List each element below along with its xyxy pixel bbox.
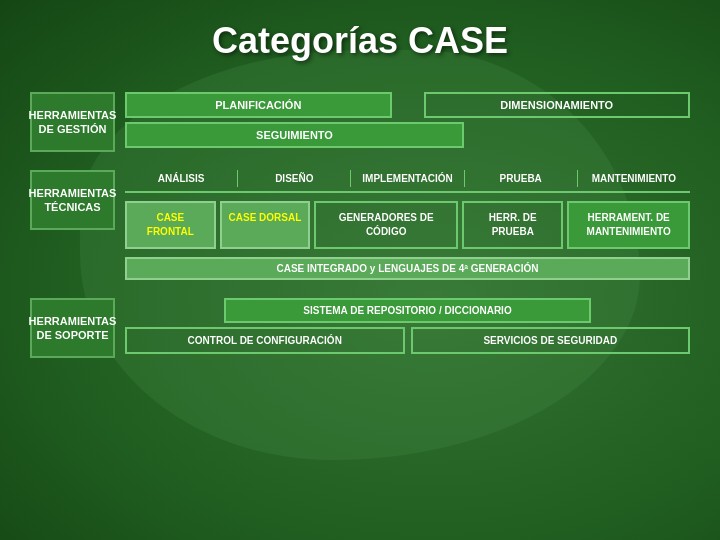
row-gestion: HERRAMIENTAS DE GESTIÓN PLANIFICACIÓN DI… — [30, 92, 690, 152]
box-generadores: GENERADORES DE CÓDIGO — [314, 201, 458, 249]
label-soporte: HERRAMIENTAS DE SOPORTE — [30, 298, 115, 358]
main-content: Categorías CASE HERRAMIENTAS DE GESTIÓN … — [0, 0, 720, 540]
box-case-frontal: CASE FRONTAL — [125, 201, 216, 249]
box-herr-mant: HERRAMENT. DE MANTENIMIENTO — [567, 201, 690, 249]
box-repositorio: SISTEMA DE REPOSITORIO / DICCIONARIO — [224, 298, 591, 323]
box-case-dorsal: CASE DORSAL — [220, 201, 311, 249]
tecnicas-headers: ANÁLISIS DISEÑO IMPLEMENTACIÓN PRUEBA MA… — [125, 170, 690, 193]
box-seguimiento: SEGUIMIENTO — [125, 122, 464, 148]
tecnicas-right: ANÁLISIS DISEÑO IMPLEMENTACIÓN PRUEBA MA… — [125, 170, 690, 280]
box-herr-prueba: HERR. DE PRUEBA — [462, 201, 563, 249]
header-prueba: PRUEBA — [465, 170, 578, 187]
box-dimensionamiento: DIMENSIONAMIENTO — [424, 92, 691, 118]
label-tecnicas: HERRAMIENTAS TÉCNICAS — [30, 170, 115, 230]
box-planificacion: PLANIFICACIÓN — [125, 92, 392, 118]
box-servicios: SERVICIOS DE SEGURIDAD — [411, 327, 691, 354]
header-diseno: DISEÑO — [238, 170, 351, 187]
diagram-layout: HERRAMIENTAS DE GESTIÓN PLANIFICACIÓN DI… — [30, 92, 690, 358]
soporte-bottom-row: CONTROL DE CONFIGURACIÓN SERVICIOS DE SE… — [125, 327, 690, 354]
row-tecnicas: HERRAMIENTAS TÉCNICAS ANÁLISIS DISEÑO IM… — [30, 170, 690, 280]
header-mantenimiento: MANTENIMIENTO — [578, 170, 690, 187]
gestion-top-row: PLANIFICACIÓN DIMENSIONAMIENTO — [125, 92, 690, 118]
label-gestion: HERRAMIENTAS DE GESTIÓN — [30, 92, 115, 152]
header-analisis: ANÁLISIS — [125, 170, 238, 187]
row-soporte: HERRAMIENTAS DE SOPORTE SISTEMA DE REPOS… — [30, 298, 690, 358]
gestion-right: PLANIFICACIÓN DIMENSIONAMIENTO SEGUIMIEN… — [125, 92, 690, 148]
box-integrado: CASE INTEGRADO y LENGUAJES DE 4ª GENERAC… — [125, 257, 690, 280]
tecnicas-mid-row: CASE FRONTAL CASE DORSAL GENERADORES DE … — [125, 197, 690, 249]
box-control: CONTROL DE CONFIGURACIÓN — [125, 327, 405, 354]
header-implementacion: IMPLEMENTACIÓN — [351, 170, 464, 187]
soporte-right: SISTEMA DE REPOSITORIO / DICCIONARIO CON… — [125, 298, 690, 354]
page-title: Categorías CASE — [30, 20, 690, 62]
